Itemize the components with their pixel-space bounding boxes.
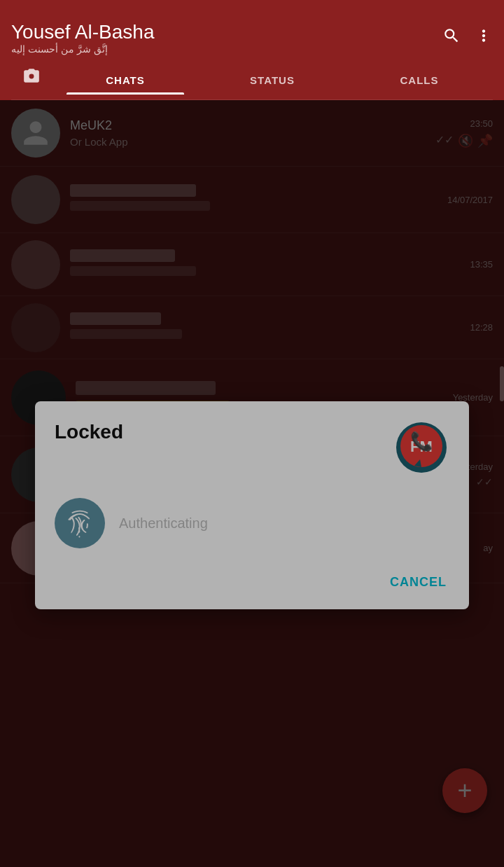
header: Yousef Al-Basha إتَّق شرَّ من أحسنت إليه…: [0, 0, 504, 100]
app-title: Yousef Al-Basha: [11, 21, 154, 43]
app-subtitle: إتَّق شرَّ من أحسنت إليه: [11, 43, 154, 55]
header-title-block: Yousef Al-Basha إتَّق شرَّ من أحسنت إليه: [11, 21, 154, 55]
lock-dialog: Locked FM 📞: [35, 401, 469, 609]
dialog-body: Authenticating: [55, 498, 449, 548]
dialog-title: Locked: [55, 421, 123, 443]
more-options-icon[interactable]: [475, 27, 493, 49]
scrollbar[interactable]: [500, 366, 504, 401]
cancel-button[interactable]: CANCEL: [387, 569, 449, 595]
svg-text:📞: 📞: [410, 430, 433, 452]
header-top: Yousef Al-Basha إتَّق شرَّ من أحسنت إليه: [11, 14, 493, 57]
camera-icon[interactable]: [11, 57, 52, 99]
dialog-header: Locked FM 📞: [55, 421, 449, 477]
tab-status[interactable]: STATUS: [199, 63, 346, 95]
tab-chats[interactable]: CHATS: [52, 63, 199, 95]
tab-bar: CHATS STATUS CALLS: [11, 57, 493, 100]
fingerprint-icon: [55, 498, 105, 548]
header-icons: [442, 27, 493, 49]
search-icon[interactable]: [442, 27, 461, 49]
dialog-footer: CANCEL: [55, 569, 449, 595]
chat-list: MeUK2 Or Lock App 23:50 ✓✓ 🔇 📌 14/07/201…: [0, 100, 504, 867]
fm-logo: FM 📞: [393, 421, 449, 477]
authenticating-label: Authenticating: [119, 515, 208, 532]
tab-calls[interactable]: CALLS: [346, 63, 493, 95]
